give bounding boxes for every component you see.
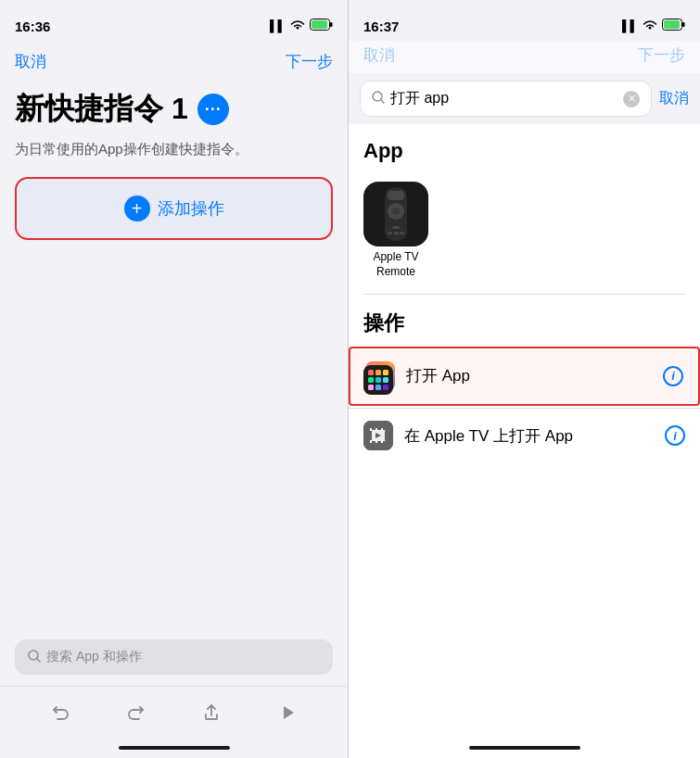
signal-icon-right: ▌▌ (622, 19, 638, 32)
svg-rect-14 (388, 232, 392, 234)
title-text: 新快捷指令 1 (15, 89, 188, 130)
blurred-next: 下一步 (638, 44, 685, 66)
search-input-container[interactable]: 打开 app ✕ (360, 81, 652, 117)
open-app-label: 打开 App (406, 365, 652, 386)
home-indicator-left (0, 738, 348, 758)
left-panel: 16:36 ▌▌ 取消 下一步 新快捷指令 (0, 0, 348, 758)
svg-rect-34 (370, 440, 372, 443)
svg-rect-18 (368, 370, 374, 375)
status-bar-left: 16:36 ▌▌ (0, 0, 348, 41)
operations-section-header: 操作 (349, 295, 700, 345)
svg-rect-26 (383, 385, 388, 390)
add-action-button[interactable]: + 添加操作 (124, 196, 224, 221)
search-icon-left (28, 650, 41, 665)
info-icon: i (671, 369, 675, 383)
svg-rect-24 (368, 385, 374, 390)
svg-rect-35 (375, 440, 377, 443)
bottom-search-bar[interactable]: 搜索 App 和操作 (15, 639, 333, 675)
cancel-button-left[interactable]: 取消 (15, 51, 46, 72)
svg-rect-36 (381, 440, 383, 443)
home-indicator-right (349, 738, 700, 758)
open-app-info-button[interactable]: i (663, 366, 683, 386)
svg-rect-2 (330, 22, 333, 27)
apple-tv-remote-label: Apple TVRemote (373, 250, 418, 279)
svg-rect-13 (392, 226, 400, 229)
subtitle-text: 为日常使用的App操作创建快捷指令。 (0, 133, 348, 177)
time-left: 16:36 (15, 19, 50, 34)
svg-rect-21 (368, 377, 374, 383)
svg-rect-16 (400, 232, 404, 234)
redo-button[interactable] (122, 699, 150, 726)
app-section-header: App (349, 124, 700, 171)
bottom-search-placeholder: 搜索 App 和操作 (46, 649, 142, 665)
open-apple-tv-info-button[interactable]: i (665, 425, 685, 446)
signal-icon: ▌▌ (270, 19, 286, 32)
open-app-icon (365, 361, 395, 391)
info-icon-2: i (673, 429, 677, 443)
shortcut-title: 新快捷指令 1 ··· (0, 82, 348, 133)
svg-rect-25 (375, 385, 381, 390)
search-bar-right: 打开 app ✕ 取消 (349, 73, 700, 124)
undo-button[interactable] (46, 699, 74, 726)
battery-icon-right (662, 19, 685, 33)
status-icons-left: ▌▌ (270, 19, 333, 33)
svg-rect-6 (664, 20, 680, 29)
open-app-item[interactable]: 打开 App i (349, 347, 700, 406)
svg-rect-31 (370, 428, 372, 431)
wifi-icon (290, 19, 305, 33)
home-bar-right (469, 746, 580, 750)
app-item-apple-tv-remote[interactable]: Apple TVRemote (363, 182, 428, 279)
svg-rect-22 (375, 377, 381, 383)
clear-icon: ✕ (628, 93, 636, 105)
nav-bar-left: 取消 下一步 (0, 41, 348, 82)
open-apple-tv-label: 在 Apple TV 上打开 App (404, 425, 654, 447)
svg-rect-29 (368, 430, 372, 441)
clear-search-button[interactable]: ✕ (623, 91, 640, 107)
right-panel: 16:37 ▌▌ 取消 下一步 (348, 0, 700, 758)
svg-rect-30 (385, 430, 388, 441)
add-circle-icon: + (124, 196, 150, 221)
blurred-nav: 取消 下一步 (349, 41, 700, 73)
more-icon: ··· (205, 101, 222, 118)
status-icons-right: ▌▌ (622, 19, 685, 33)
battery-icon (310, 19, 333, 33)
more-button[interactable]: ··· (197, 94, 229, 125)
search-icon-right (372, 91, 385, 107)
open-apple-tv-item[interactable]: 在 Apple TV 上打开 App i (349, 408, 700, 463)
svg-rect-7 (682, 22, 685, 27)
open-apple-tv-icon (363, 421, 393, 450)
operations-section: 打开 App i (349, 345, 700, 464)
home-bar-left (119, 746, 230, 750)
svg-rect-23 (383, 377, 388, 383)
svg-point-12 (392, 208, 400, 215)
svg-rect-32 (375, 428, 377, 431)
add-action-label: 添加操作 (158, 197, 224, 220)
status-bar-right: 16:37 ▌▌ (349, 0, 700, 41)
svg-rect-10 (388, 191, 404, 200)
apple-tv-remote-icon (363, 182, 428, 246)
blurred-cancel: 取消 (363, 44, 395, 66)
svg-rect-15 (394, 232, 399, 234)
svg-rect-1 (312, 20, 327, 29)
add-action-area: + 添加操作 (15, 177, 333, 240)
svg-marker-4 (284, 706, 294, 719)
app-section: Apple TVRemote (349, 171, 700, 294)
share-button[interactable] (197, 699, 225, 726)
next-button-left[interactable]: 下一步 (286, 51, 333, 72)
svg-rect-19 (375, 370, 381, 375)
bottom-toolbar (0, 686, 348, 738)
plus-icon: + (132, 199, 143, 218)
search-value: 打开 app (390, 89, 617, 108)
wifi-icon-right (643, 19, 657, 33)
svg-rect-20 (383, 370, 388, 375)
time-right: 16:37 (363, 19, 399, 34)
play-button[interactable] (274, 699, 301, 726)
svg-rect-33 (381, 428, 383, 431)
search-cancel-button[interactable]: 取消 (659, 89, 689, 108)
